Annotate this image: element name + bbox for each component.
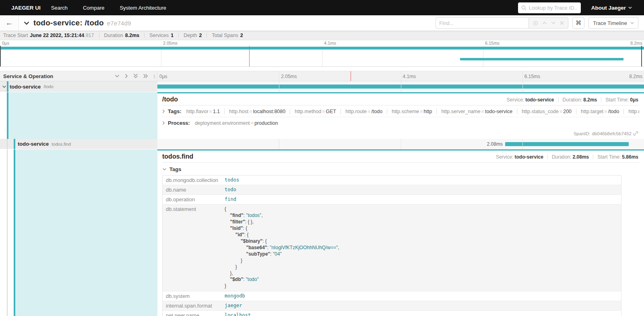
span-bar-cell[interactable]: 2.08ms <box>157 139 644 149</box>
tag-value: localhost <box>221 311 621 316</box>
span-id-value: db046b8efc5b7452 <box>592 131 632 136</box>
minimap-span-bar <box>460 58 623 60</box>
expand-one-icon[interactable] <box>125 74 128 78</box>
tags-summary-pills: http.flavor=1.1http.host=localhost:8080h… <box>186 109 639 114</box>
service-color-bar <box>7 81 8 92</box>
span-detail-todo: /todo Service:todo-service Duration:8.2m… <box>0 92 644 139</box>
minimap-cursor-guide <box>249 46 250 66</box>
about-jaeger-menu[interactable]: About Jaeger <box>591 5 632 11</box>
find-group <box>436 17 568 29</box>
tag-row: db.operationfind <box>163 195 621 204</box>
prev-match-icon[interactable] <box>542 21 547 25</box>
summary-item: Trace StartJune 22 2022, 15:21:44.917 <box>3 33 94 38</box>
tag-value: find <box>221 195 621 204</box>
tag-pill: http.scheme=http <box>387 109 436 114</box>
operation-name: todos.find <box>52 142 71 147</box>
find-controls <box>529 17 568 29</box>
tag-pill: http.target=/todo <box>576 109 623 114</box>
summary-item: Total Spans2 <box>212 33 243 38</box>
collapse-all-icon[interactable] <box>133 74 138 78</box>
span-operation-title: /todo <box>162 96 178 103</box>
tick-label: 2.05ms <box>281 74 297 79</box>
process-accordion[interactable]: Process: deployment.environment=producti… <box>162 117 639 128</box>
tag-row: db.statement{ "find": "todos", "filter":… <box>163 204 621 291</box>
nav-item-compare[interactable]: Compare <box>83 5 104 11</box>
link-icon[interactable] <box>633 131 638 136</box>
tag-key: internal.span.format <box>163 301 222 311</box>
find-input[interactable] <box>436 17 529 29</box>
summary-item: Depth2 <box>184 33 202 38</box>
service-name: todo-service <box>18 141 49 147</box>
collapse-children-icon[interactable] <box>1 85 7 88</box>
span-bar-cell[interactable] <box>157 81 644 92</box>
tag-value: todo <box>221 185 621 195</box>
collapse-one-icon[interactable] <box>115 74 120 78</box>
tick-label: 6.15ms <box>524 74 540 79</box>
span-name-cell[interactable]: todo-service todos.find <box>0 139 157 149</box>
tag-key: db.operation <box>163 195 222 204</box>
span-duration-bar[interactable] <box>505 142 629 146</box>
column-resizer[interactable] <box>154 74 156 78</box>
keyboard-shortcuts-button[interactable]: ⌘ <box>572 17 584 29</box>
tick-label: 4.1ms <box>324 41 336 45</box>
timeline-header: Service & Operation 0μs2.05ms4.1ms6.15ms… <box>0 71 644 81</box>
trace-title: todo-service: /todoe7e74d9 <box>33 19 131 27</box>
tag-value: jaeger <box>221 301 621 311</box>
process-summary-pills: deployment.environment=production <box>194 120 283 126</box>
tags-key-value-table: db.mongodb.collectiontodosdb.nametododb.… <box>162 175 621 316</box>
tag-pill: http.flavor=1.1 <box>186 109 225 114</box>
tick-label: 4.1ms <box>403 74 416 79</box>
tag-row: internal.span.formatjaeger <box>163 301 621 311</box>
span-operation-title: todos.find <box>162 153 193 160</box>
jaeger-logo[interactable]: JAEGER UI <box>11 5 41 11</box>
trace-collapse-toggle[interactable] <box>24 21 29 25</box>
nav-item-search[interactable]: Search <box>51 5 68 11</box>
minimap-canvas[interactable] <box>0 46 644 67</box>
tag-pill: http.route=/todo <box>341 109 387 114</box>
span-id-row: SpanID: db046b8efc5b7452 <box>162 128 639 138</box>
clear-find-icon[interactable] <box>560 21 564 25</box>
span-detail-header[interactable]: todos.find Service:todo-service Duration… <box>162 153 639 163</box>
chevron-down-icon <box>162 168 167 171</box>
chevron-right-icon <box>162 109 165 114</box>
minimap-left-scrubber[interactable] <box>0 46 1 66</box>
top-nav: JAEGER UI SearchCompareSystem Architectu… <box>0 0 644 15</box>
back-button[interactable]: ← <box>0 15 19 31</box>
tag-value: mongodb <box>221 291 621 301</box>
tick-label: 0μs <box>2 41 9 45</box>
chevron-down-icon <box>628 6 632 9</box>
tags-section-toggle[interactable]: Tags <box>162 163 639 175</box>
focus-match-icon[interactable] <box>533 21 538 26</box>
tick-label: 0μs <box>159 74 167 79</box>
summary-item: Duration8.2ms <box>104 33 140 38</box>
span-name-cell[interactable]: todo-service /todo <box>0 81 157 92</box>
expand-all-icon[interactable] <box>143 74 148 78</box>
tick-label: 8.2ms <box>629 74 642 79</box>
trace-summary-bar: Trace StartJune 22 2022, 15:21:44.917Dur… <box>0 31 644 40</box>
span-row-todo[interactable]: todo-service /todo <box>0 81 644 92</box>
timeline-cursor-guide <box>351 71 351 81</box>
next-match-icon[interactable] <box>551 21 556 25</box>
service-name: todo-service <box>10 84 41 90</box>
span-row-todos-find[interactable]: todo-service todos.find 2.08ms <box>0 139 644 149</box>
chevron-down-icon <box>630 22 634 24</box>
service-color-bar <box>14 139 15 149</box>
tag-key: db.mongodb.collection <box>163 176 222 185</box>
search-icon <box>521 5 526 10</box>
trace-id-lookup-input[interactable] <box>529 5 578 11</box>
tick-label: 8.2ms <box>630 41 642 45</box>
tag-row: db.mongodb.collectiontodos <box>163 176 621 185</box>
indent-guide <box>7 149 8 316</box>
tags-accordion[interactable]: Tags: http.flavor=1.1http.host=localhost… <box>162 105 639 117</box>
trace-id-lookup[interactable] <box>518 2 581 13</box>
tag-key: db.name <box>163 185 222 195</box>
tag-row: db.nametodo <box>163 185 621 195</box>
tag-row: net.peer.namelocalhost <box>163 311 621 316</box>
tag-key: db.statement <box>163 204 222 291</box>
span-detail-header[interactable]: /todo Service:todo-service Duration:8.2m… <box>162 96 639 105</box>
tick-label: 6.15ms <box>485 41 500 45</box>
minimap-right-scrubber[interactable] <box>641 46 642 66</box>
trace-id: e7e74d9 <box>107 20 131 27</box>
trace-view-select[interactable]: Trace Timeline <box>588 17 638 29</box>
nav-item-system-architecture[interactable]: System Architecture <box>120 5 166 11</box>
